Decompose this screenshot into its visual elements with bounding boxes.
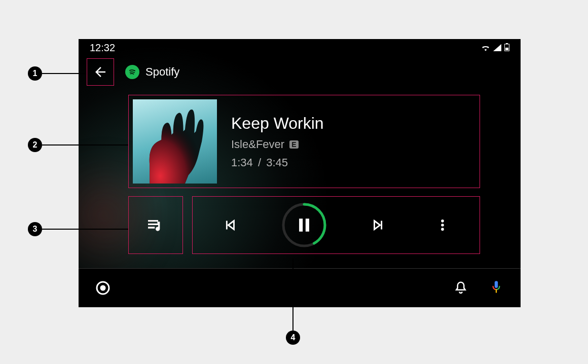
progress-ring-icon [281,202,327,248]
album-art [133,99,217,184]
skip-previous-icon [221,216,238,234]
more-vert-icon [435,218,450,232]
artist-name: Isle&Fever [231,138,284,151]
annotation-4: 4 [286,331,300,345]
app-title-group: Spotify [125,65,179,79]
back-arrow-icon [93,64,108,80]
annotation-line-2 [42,144,128,145]
status-icons [481,42,509,54]
annotation-1: 1 [28,66,42,81]
app-name-label: Spotify [145,65,179,79]
svg-rect-12 [495,281,498,288]
device-screen: 12:32 Spotify [79,39,521,307]
artist-row: Isle&Fever E [231,138,324,151]
annotation-line-1 [42,73,87,74]
assistant-button[interactable] [486,278,506,298]
cell-signal-icon [493,42,501,54]
elapsed-time: 1:34 [231,156,253,169]
annotation-line-3 [42,229,128,230]
previous-button[interactable] [217,213,242,237]
overflow-button[interactable] [430,213,455,237]
total-duration: 3:45 [266,156,288,169]
annotation-2: 2 [28,138,42,152]
circle-target-icon [95,280,111,296]
system-nav-bar [79,269,521,307]
annotation-line-4 [292,259,293,331]
time-separator: / [258,156,261,169]
back-button[interactable] [87,58,114,86]
next-button[interactable] [366,213,391,237]
track-info: Keep Workin Isle&Fever E 1:34 / 3:45 [231,114,324,169]
notifications-button[interactable] [451,278,471,298]
skip-next-icon [370,216,387,234]
time-row: 1:34 / 3:45 [231,156,324,169]
battery-icon [504,42,509,54]
status-time: 12:32 [90,42,115,54]
explicit-badge: E [289,140,298,149]
nav-home-button[interactable] [93,278,113,298]
playback-control-bar [192,196,480,254]
controls-row [128,196,521,254]
wifi-icon [481,42,490,54]
svg-point-7 [441,220,444,223]
album-art-image [133,99,217,184]
app-header: Spotify [79,56,521,88]
svg-point-11 [100,285,106,291]
mic-icon [490,280,503,296]
svg-point-8 [441,224,444,227]
svg-rect-2 [505,48,508,50]
track-metadata-region[interactable]: Keep Workin Isle&Fever E 1:34 / 3:45 [128,95,480,188]
bell-icon [453,280,468,296]
status-bar: 12:32 [79,39,521,56]
queue-icon [145,215,166,235]
queue-button[interactable] [128,196,183,254]
svg-point-9 [441,228,444,231]
play-pause-button[interactable] [281,202,327,248]
track-title: Keep Workin [231,114,324,133]
spotify-icon [125,65,139,79]
annotation-3: 3 [28,222,42,236]
